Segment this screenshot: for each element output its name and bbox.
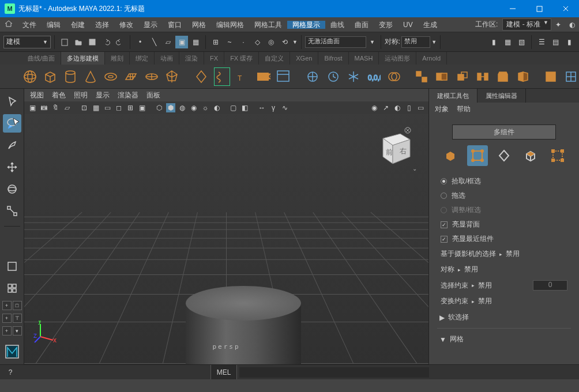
menu-item[interactable]: 选择 [90,21,114,29]
save-icon[interactable] [86,36,99,48]
vp-wfshaded-icon[interactable]: ◉ [189,103,198,112]
menu-item[interactable]: 编辑 [42,21,66,29]
vp-dof-icon[interactable]: ◉ [370,103,379,112]
vp-menu-item[interactable]: 渲染器 [118,91,138,100]
grid-plus2-icon[interactable]: + [2,314,12,323]
vp-menu-item[interactable]: 照明 [74,91,88,100]
live-surface-field[interactable]: 无激活曲面 [305,36,366,48]
grid-plus-icon[interactable]: + [2,301,12,310]
vp-panel-icon[interactable]: ▯ [404,103,413,112]
vp-light-icon[interactable]: ☼ [201,103,210,112]
menu-item[interactable]: 编辑网格 [211,21,249,29]
module-selector[interactable]: 建模▼ [3,36,51,48]
vp-menu-item[interactable]: 面板 [146,91,160,100]
last-tool[interactable] [3,232,21,244]
construction-plane-icon[interactable] [305,67,321,86]
undo-icon[interactable] [100,36,112,48]
shelf-tab[interactable]: 曲线/曲面 [22,52,61,65]
home-icon[interactable] [0,20,17,29]
redo-icon[interactable] [114,36,126,48]
menu-item[interactable]: 生成 [418,21,442,29]
menu-item[interactable]: 显示 [138,21,163,29]
maya-logo-icon[interactable] [3,342,21,361]
poly-type-icon[interactable]: T [235,67,250,86]
tab-modeling-toolkit[interactable]: 建模工具包 [429,89,478,103]
snap-point-icon[interactable]: · [237,36,250,48]
outliner-icon[interactable]: ▤ [549,36,562,48]
poly-plane-icon[interactable] [123,67,139,86]
vp-image-plane-icon[interactable]: ▱ [62,103,72,112]
snap-toggle-icon[interactable]: ⟲ [279,36,291,48]
select-edge-icon[interactable]: ╲ [148,36,160,48]
comp-face-icon[interactable] [520,145,541,166]
vp-gate-icon[interactable]: ◻ [114,103,123,112]
vp-shadow-icon[interactable]: ◐ [212,103,221,112]
grid-box-icon[interactable]: □ [13,301,22,310]
vp-res-icon[interactable]: ⊞ [126,103,135,112]
vp-menu-item[interactable]: 显示 [96,91,110,100]
grid-down-icon[interactable]: ▾ [13,326,22,336]
snap-plane-icon[interactable]: ◇ [251,36,264,48]
menu-item[interactable]: 曲线 [325,21,349,29]
close-button[interactable] [552,0,579,17]
vp-safe-icon[interactable]: ▣ [137,103,146,112]
select-tool[interactable] [3,92,21,111]
vp-shaded-icon[interactable]: ⬢ [166,103,175,112]
vp-gamma-icon[interactable]: γ [269,103,278,112]
menu-item[interactable]: 网格显示 [287,21,325,29]
shelf-tab[interactable]: 多边形建模 [61,52,105,65]
check-highlight-backface[interactable]: 亮显背面 [437,217,571,232]
layout-four-icon[interactable] [3,279,21,297]
shelf-tab[interactable]: Bifrost [318,52,348,65]
grid-plus3-icon[interactable]: + [2,326,12,336]
vp-cam-icon[interactable]: 📷︎ [39,103,48,112]
bevel-icon[interactable] [495,67,510,86]
vp-expose-icon[interactable]: ↔ [257,103,266,112]
vp-menu-item[interactable]: 视图 [30,91,44,100]
center-pivot-icon[interactable]: 0,0,0 [366,67,381,86]
menu-item[interactable]: 修改 [114,21,138,29]
vp-wireframe-icon[interactable]: ⬡ [155,103,164,112]
select-constraint-row[interactable]: 选择约束▸禁用0 [437,277,571,293]
extrude-icon[interactable] [454,67,470,86]
mesh-section[interactable]: ▼网格 [437,331,571,348]
poly-torus-icon[interactable] [103,67,119,86]
open-icon[interactable] [72,36,85,48]
menu-item[interactable]: 窗口 [163,21,187,29]
lasso-tool[interactable] [3,114,21,133]
select-obj-icon[interactable]: ▣ [175,36,188,48]
camera-based-select[interactable]: 基于摄影机的选择▸禁用 [437,246,571,262]
vp-film-icon[interactable]: ▭ [103,103,112,112]
menu-item[interactable]: 变形 [374,21,398,29]
select-uv-icon[interactable]: ▦ [189,36,202,48]
poly-disc-icon[interactable] [144,67,159,86]
shelf-tab[interactable]: 动画 [155,52,179,65]
smooth-icon[interactable] [543,67,559,86]
menu-item[interactable]: 创建 [66,21,90,29]
grid-t-icon[interactable]: ⊤ [13,314,22,323]
viewport-scene[interactable]: 前右 ⌄ y x z persp [24,114,428,364]
soft-select-section[interactable]: ▶软选择 [437,309,571,326]
poly-superellipse-icon[interactable] [194,67,209,86]
shelf-tab[interactable]: 渲染 [179,52,204,65]
vp-2d-icon[interactable]: ⊡ [80,103,89,112]
vp-select-cam-icon[interactable]: ▣ [28,103,37,112]
workspace-selector[interactable]: 建模 - 标准▼ [502,18,551,31]
render-icon[interactable]: ▮ [487,36,500,48]
panel-layout-icon[interactable]: ☰ [535,36,548,48]
poly-platonic-icon[interactable] [164,67,179,86]
vp-panel2-icon[interactable]: ▭ [416,103,425,112]
shelf-tab[interactable]: 运动图形 [379,52,416,65]
shelf-tab[interactable]: XGen [290,52,318,65]
separate-icon[interactable] [414,67,430,86]
comp-edge-icon[interactable] [494,145,514,166]
shelf-tab[interactable]: Arnold [416,52,447,65]
comp-object-icon[interactable] [440,145,461,166]
radio-tweak[interactable]: 调整/框选 [437,203,571,217]
bridge-icon[interactable] [475,67,490,86]
scale-tool[interactable] [3,202,21,220]
comp-vertex-icon[interactable] [467,145,488,166]
minimize-button[interactable] [499,0,526,17]
menu-item[interactable]: 曲面 [349,21,374,29]
signin-icon[interactable]: ◐ [565,21,579,29]
